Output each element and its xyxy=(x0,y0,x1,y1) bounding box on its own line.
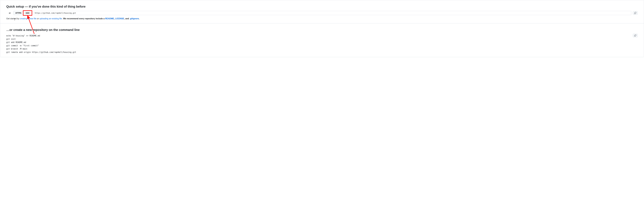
desc-text: Get started by xyxy=(6,17,20,20)
desc-text: or xyxy=(36,17,40,20)
create-new-file-link[interactable]: creating a new file xyxy=(20,17,36,20)
repo-setup-panel: Quick setup — if you've done this kind o… xyxy=(0,0,644,57)
copy-icon xyxy=(634,34,636,36)
gitignore-link[interactable]: .gitignore xyxy=(130,17,139,20)
desc-text: , and xyxy=(124,17,130,20)
command-line-section: …or create a new repository on the comma… xyxy=(0,23,644,57)
desc-text: We recommend every repository include a xyxy=(63,17,105,20)
https-button[interactable]: HTTPS xyxy=(13,11,24,15)
quick-setup-heading: Quick setup — if you've done this kind o… xyxy=(6,4,638,9)
license-link[interactable]: LICENSE xyxy=(115,17,124,20)
quick-setup-section: Quick setup — if you've done this kind o… xyxy=(0,0,644,23)
copy-icon xyxy=(634,12,636,14)
command-line-code[interactable]: echo "# housing" >> README.md git init g… xyxy=(6,34,638,54)
desc-text: . xyxy=(62,17,63,20)
or-label: or xyxy=(9,12,11,14)
clone-url-row: or HTTPS SSH xyxy=(6,11,638,15)
copy-commands-button[interactable] xyxy=(633,34,638,37)
ssh-button[interactable]: SSH xyxy=(24,11,32,15)
readme-link[interactable]: README xyxy=(105,17,114,20)
command-line-heading: …or create a new repository on the comma… xyxy=(6,27,638,32)
copy-url-button[interactable] xyxy=(633,11,638,15)
quick-setup-description: Get started by creating a new file or up… xyxy=(6,17,638,20)
protocol-toggle: HTTPS SSH xyxy=(13,11,32,15)
desc-text: . xyxy=(139,17,139,20)
upload-existing-file-link[interactable]: uploading an existing file xyxy=(40,17,62,20)
clone-url-input[interactable] xyxy=(33,11,631,15)
